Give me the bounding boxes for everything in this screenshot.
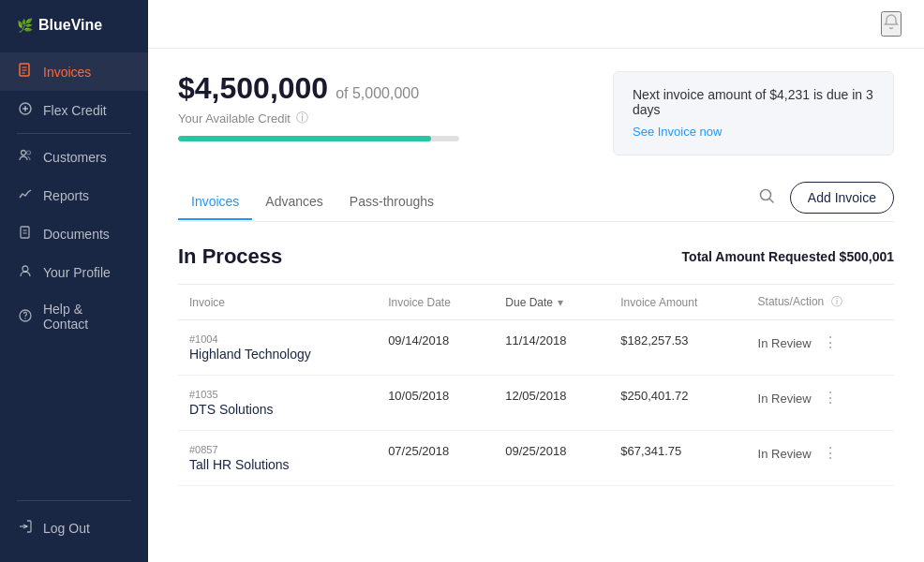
status-badge-1: In Review — [758, 336, 812, 350]
invoice-customer-2: DTS Solutions — [189, 402, 273, 417]
cell-invoice-date-1: 09/14/2018 — [377, 320, 494, 376]
profile-icon — [17, 263, 34, 281]
invoice-number-3: #0857 — [189, 444, 365, 455]
sidebar-item-documents[interactable]: Documents — [0, 214, 148, 253]
page-content: $4,500,000 of 5,000,000 Your Available C… — [148, 49, 924, 562]
row-menu-button-3[interactable]: ⋮ — [819, 444, 842, 463]
col-invoice-date: Invoice Date — [377, 285, 494, 320]
section-total: Total Amount Requested $500,001 — [682, 249, 894, 264]
credit-progress-bar — [178, 136, 459, 141]
cell-amount-3: $67,341.75 — [609, 431, 746, 486]
cell-invoice-2: #1035 DTS Solutions — [178, 376, 377, 431]
cell-status-1: In Review ⋮ — [747, 320, 894, 376]
see-invoice-link[interactable]: See Invoice now — [633, 125, 722, 139]
section-title: In Process — [178, 244, 282, 269]
sidebar-item-customers-label: Customers — [43, 150, 107, 165]
invoice-customer-1: Highland Technology — [189, 347, 311, 362]
search-button[interactable] — [754, 184, 779, 213]
logout-label: Log Out — [43, 521, 90, 536]
topbar — [148, 0, 924, 49]
credit-left: $4,500,000 of 5,000,000 Your Available C… — [178, 71, 459, 141]
sidebar-item-flex-credit[interactable]: Flex Credit — [0, 91, 148, 129]
credit-label-text: Your Available Credit — [178, 111, 291, 126]
sidebar-nav: Invoices Flex Credit — [0, 49, 148, 496]
credit-notification-box: Next invoice amount of $4,231 is due in … — [613, 71, 894, 155]
sidebar-item-documents-label: Documents — [43, 227, 110, 242]
tabs-actions: Add Invoice — [754, 182, 894, 221]
brand-name: BlueVine — [38, 17, 102, 34]
sidebar-bottom: Log Out — [0, 496, 148, 562]
credit-bar-fill — [178, 136, 431, 141]
status-badge-2: In Review — [758, 392, 812, 406]
credit-available-amount: $4,500,000 — [178, 71, 328, 106]
table-header-row: Invoice Invoice Date Due Date ▾ Invoice … — [178, 285, 894, 320]
svg-line-17 — [769, 199, 773, 202]
customers-icon — [17, 148, 34, 166]
sidebar-item-invoices[interactable]: Invoices — [0, 52, 148, 91]
col-invoice-amount: Invoice Amount — [609, 285, 746, 320]
sidebar-item-flex-credit-label: Flex Credit — [43, 103, 107, 118]
credit-summary: $4,500,000 of 5,000,000 Your Available C… — [178, 71, 894, 155]
invoice-number-1: #1004 — [189, 333, 365, 345]
invoice-table: Invoice Invoice Date Due Date ▾ Invoice … — [178, 284, 894, 486]
section-header: In Process Total Amount Requested $500,0… — [178, 244, 894, 269]
credit-of: of 5,000,000 — [335, 85, 419, 102]
credit-amount-display: $4,500,000 of 5,000,000 — [178, 71, 459, 106]
col-status-action: Status/Action ⓘ — [747, 285, 894, 320]
sidebar-item-customers[interactable]: Customers — [0, 138, 148, 176]
section-total-label: Total Amount Requested — [682, 249, 836, 264]
svg-point-16 — [760, 189, 770, 200]
invoice-number-2: #1035 — [189, 389, 365, 400]
sidebar-item-profile[interactable]: Your Profile — [0, 253, 148, 291]
cell-invoice-date-2: 10/05/2018 — [377, 376, 494, 431]
credit-total: 5,000,000 — [352, 85, 419, 101]
svg-point-8 — [27, 151, 31, 155]
row-menu-button-1[interactable]: ⋮ — [819, 333, 842, 352]
sort-arrow-icon: ▾ — [558, 296, 563, 309]
cell-status-2: In Review ⋮ — [747, 376, 894, 431]
invoice-customer-3: Tall HR Solutions — [189, 457, 290, 472]
credit-info-icon[interactable]: ⓘ — [296, 110, 308, 126]
sidebar-item-reports[interactable]: Reports — [0, 176, 148, 214]
cell-invoice-3: #0857 Tall HR Solutions — [178, 431, 377, 486]
sidebar-item-invoices-label: Invoices — [43, 65, 91, 80]
sidebar-item-profile-label: Your Profile — [43, 265, 111, 280]
sidebar-item-help-label: Help & Contact — [43, 302, 131, 332]
status-cell-1: In Review ⋮ — [758, 333, 883, 352]
notification-bell[interactable] — [881, 11, 902, 37]
status-cell-3: In Review ⋮ — [758, 444, 883, 463]
logout-button[interactable]: Log Out — [0, 509, 148, 547]
status-info-icon[interactable]: ⓘ — [831, 295, 842, 308]
flex-credit-icon — [17, 101, 34, 119]
sidebar-item-reports-label: Reports — [43, 188, 89, 203]
sidebar-item-help[interactable]: Help & Contact — [0, 291, 148, 342]
cell-invoice-1: #1004 Highland Technology — [178, 320, 377, 376]
table-row: #0857 Tall HR Solutions 07/25/2018 09/25… — [178, 431, 894, 486]
sidebar-divider-2 — [17, 500, 131, 501]
tab-advances[interactable]: Advances — [252, 185, 335, 220]
brand-logo: 🌿 BlueVine — [0, 0, 148, 49]
cell-invoice-date-3: 07/25/2018 — [377, 431, 494, 486]
section-total-amount: $500,001 — [840, 249, 894, 264]
documents-icon — [17, 225, 34, 243]
invoice-icon — [17, 63, 34, 81]
status-badge-3: In Review — [758, 447, 812, 461]
row-menu-button-2[interactable]: ⋮ — [819, 389, 842, 407]
table-row: #1035 DTS Solutions 10/05/2018 12/05/201… — [178, 376, 894, 431]
add-invoice-button[interactable]: Add Invoice — [790, 182, 894, 214]
table-row: #1004 Highland Technology 09/14/2018 11/… — [178, 320, 894, 376]
svg-point-7 — [22, 151, 26, 155]
credit-label: Your Available Credit ⓘ — [178, 110, 459, 126]
sidebar-divider-1 — [17, 133, 131, 134]
main-content: $4,500,000 of 5,000,000 Your Available C… — [148, 0, 924, 562]
logout-icon — [17, 519, 34, 537]
svg-point-12 — [22, 266, 28, 272]
tabs-row: Invoices Advances Pass-throughs Add Invo… — [178, 182, 894, 222]
table-body: #1004 Highland Technology 09/14/2018 11/… — [178, 320, 894, 486]
cell-amount-1: $182,257.53 — [609, 320, 746, 376]
tab-invoices[interactable]: Invoices — [178, 185, 252, 220]
cell-status-3: In Review ⋮ — [747, 431, 894, 486]
tab-pass-throughs[interactable]: Pass-throughs — [336, 185, 447, 220]
table-header: Invoice Invoice Date Due Date ▾ Invoice … — [178, 285, 894, 320]
col-due-date[interactable]: Due Date ▾ — [494, 285, 609, 320]
